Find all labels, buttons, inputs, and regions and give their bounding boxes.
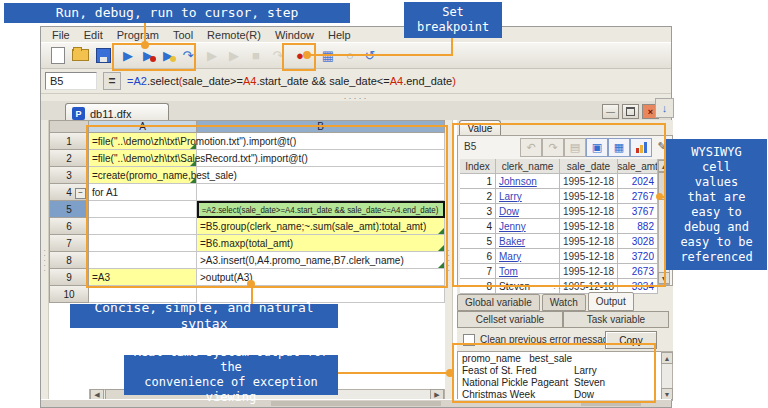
- table-row[interactable]: 5Baker1995-12-18 ..3028: [460, 234, 658, 249]
- table-view-icon[interactable]: ▦: [608, 138, 630, 157]
- row-header-8[interactable]: 8: [49, 252, 89, 269]
- menu-program[interactable]: Program: [110, 29, 166, 41]
- menu-tool[interactable]: Tool: [166, 29, 200, 41]
- grid-corner-cell[interactable]: [49, 120, 89, 133]
- cell-A6[interactable]: [89, 218, 197, 235]
- menu-edit[interactable]: Edit: [77, 29, 110, 41]
- horizontal-splitter[interactable]: ·····: [41, 94, 671, 101]
- col-index[interactable]: Index: [460, 159, 496, 173]
- clerk-name-link[interactable]: Larry: [496, 189, 560, 203]
- step-icon[interactable]: ↷: [179, 46, 197, 64]
- splitter-dots: ·····: [344, 95, 369, 101]
- save-icon[interactable]: [94, 46, 112, 64]
- cell-B8[interactable]: >A3.insert(0,A4.promo_name,B7.clerk_name…: [197, 252, 445, 269]
- value-panel-header: B5 ↶ ↷ ▤ ▣ ▦ ✎: [458, 136, 672, 158]
- formula-input[interactable]: =A2.select(sale_date>=A4.start_date && s…: [127, 75, 456, 87]
- cell-B4[interactable]: [197, 184, 445, 201]
- cell-A5[interactable]: [89, 201, 197, 218]
- panel-splitter-dots[interactable]: ·····: [553, 285, 578, 291]
- row-header-5-selected[interactable]: 5: [49, 201, 89, 218]
- clerk-name-link[interactable]: Baker: [496, 234, 560, 248]
- tab-watch[interactable]: Watch: [542, 294, 586, 311]
- disabled-tool-icon-2: ▶: [225, 46, 243, 64]
- cell-B7-text: =B6.maxp(total_amt): [197, 238, 293, 249]
- tab-output[interactable]: Output: [588, 292, 634, 311]
- debug-icon[interactable]: ▶: [139, 46, 157, 64]
- sale-date: 1995-12-18 ..: [560, 219, 618, 233]
- tab-cellset-variable[interactable]: Cellset variable: [457, 311, 563, 328]
- equals-button[interactable]: =: [103, 72, 121, 90]
- open-folder-icon[interactable]: [71, 46, 89, 64]
- middle-splitter-strip[interactable]: · · · · ·: [445, 120, 453, 401]
- col-sale-amt[interactable]: sale_amt: [618, 159, 658, 173]
- clerk-name-link[interactable]: Tom: [496, 264, 560, 278]
- output-scrollbar[interactable]: ▲ ▼: [661, 351, 673, 401]
- new-file-icon[interactable]: [49, 46, 67, 64]
- output-line: National Pickle PageantSteven: [458, 376, 664, 388]
- row-header-6[interactable]: 6: [49, 218, 89, 235]
- clerk-name-link[interactable]: Johnson: [496, 174, 560, 188]
- scroll-up-icon[interactable]: ▲: [661, 352, 673, 364]
- col-clerk-name[interactable]: clerk_name: [496, 159, 560, 173]
- debug-dot: [150, 56, 156, 62]
- row-4-number: 4: [66, 187, 72, 198]
- row-header-2[interactable]: 2: [49, 150, 89, 167]
- cell-A2[interactable]: =file("..\demo\zh\txt\SalesRecord.txt").…: [89, 150, 197, 167]
- table-row[interactable]: 1Johnson1995-12-18 ..2024: [460, 174, 658, 189]
- menu-remote[interactable]: Remote(R): [200, 29, 268, 41]
- clerk-name-link[interactable]: Dow: [496, 204, 560, 218]
- cell-B9[interactable]: >output(A3): [197, 269, 445, 286]
- table-row[interactable]: 4Jenny1995-12-18 ..882: [460, 219, 658, 234]
- cell-A7[interactable]: [89, 235, 197, 252]
- clean-error-checkbox[interactable]: [463, 334, 475, 346]
- menu-window[interactable]: Window: [268, 29, 321, 41]
- scroll-down-icon[interactable]: ▼: [658, 272, 670, 284]
- tab-global-variable[interactable]: Global variable: [457, 294, 540, 311]
- grid-row-2: 2 =file("..\demo\zh\txt\SalesRecord.txt"…: [49, 150, 445, 167]
- row-header-4[interactable]: 4−: [49, 184, 89, 201]
- cell-A9[interactable]: =A3: [89, 269, 197, 286]
- row-header-9[interactable]: 9: [49, 269, 89, 286]
- tab-task-variable[interactable]: Task variable: [563, 311, 669, 328]
- table-row[interactable]: 7Tom1995-12-18 ..2673: [460, 264, 658, 279]
- cell-A3[interactable]: =create(promo_name,best_sale): [89, 167, 197, 184]
- output-console[interactable]: promo_name best_sale Feast of St. FredLa…: [457, 351, 665, 401]
- tab-value[interactable]: Value: [459, 120, 501, 136]
- chart-icon[interactable]: [630, 138, 652, 157]
- cell-A8[interactable]: [89, 252, 197, 269]
- table-row[interactable]: 6Mary1995-12-18 ..3720: [460, 249, 658, 264]
- restore-icon[interactable]: [622, 104, 639, 119]
- collapse-toggle-icon[interactable]: −: [75, 188, 86, 199]
- row-header-3[interactable]: 3: [49, 167, 89, 184]
- clerk-name-link[interactable]: Jenny: [496, 219, 560, 233]
- clerk-name-link[interactable]: Mary: [496, 249, 560, 263]
- clerk-name: Steven: [496, 279, 560, 293]
- table-row[interactable]: 2Larry1995-12-18 ..2767: [460, 189, 658, 204]
- column-header-a[interactable]: A: [89, 120, 197, 133]
- cell-A1[interactable]: =file("..\demo\zh\txt\Promotion.txt").im…: [89, 133, 197, 150]
- formula-expand-icon[interactable]: ↓: [655, 98, 674, 118]
- menu-file[interactable]: File: [45, 29, 77, 41]
- run-to-cursor-icon[interactable]: ▶: [159, 46, 177, 64]
- best-sale: Dow: [574, 389, 594, 400]
- copy-value-icon[interactable]: ▣: [586, 138, 608, 157]
- grid-row-8: 8 >A3.insert(0,A4.promo_name,B7.clerk_na…: [49, 252, 445, 269]
- col-sale-date[interactable]: sale_date: [560, 159, 618, 173]
- left-splitter-strip[interactable]: · · · · ·: [41, 120, 49, 401]
- debug-tabs-row-1: Global variable Watch Output: [457, 294, 634, 311]
- minimize-icon[interactable]: —: [602, 104, 619, 119]
- cell-A4[interactable]: for A1: [89, 184, 197, 201]
- run-icon[interactable]: ▶: [119, 46, 137, 64]
- cell-B5-selected[interactable]: =A2.select(sale_date>=A4.start_date && s…: [197, 201, 445, 218]
- table-row[interactable]: 3Dow1995-12-18 ..3767: [460, 204, 658, 219]
- row-index: 3: [460, 204, 496, 218]
- menu-help[interactable]: Help: [321, 29, 358, 41]
- copy-button[interactable]: Copy: [605, 331, 657, 349]
- cell-B6[interactable]: =B5.group(clerk_name;~.sum(sale_amt):tot…: [197, 218, 445, 235]
- row-header-1[interactable]: 1: [49, 133, 89, 150]
- column-header-b[interactable]: B: [197, 120, 445, 133]
- row-header-7[interactable]: 7: [49, 235, 89, 252]
- cell-B7[interactable]: =B6.maxp(total_amt): [197, 235, 445, 252]
- sale-amt: 3767: [618, 204, 658, 218]
- cell-reference-input[interactable]: B5: [45, 72, 97, 90]
